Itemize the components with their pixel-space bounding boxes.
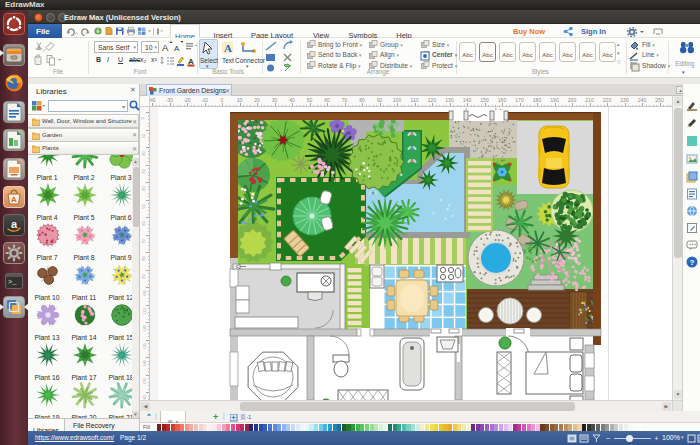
- svg-text:A: A: [224, 42, 232, 54]
- svg-text:A: A: [11, 195, 17, 204]
- svg-text:?: ?: [690, 258, 695, 267]
- svg-text:A: A: [162, 42, 169, 53]
- svg-text:A: A: [174, 44, 180, 53]
- svg-text:a: a: [11, 218, 18, 230]
- svg-text:A: A: [188, 57, 194, 66]
- svg-text:>_: >_: [8, 278, 17, 286]
